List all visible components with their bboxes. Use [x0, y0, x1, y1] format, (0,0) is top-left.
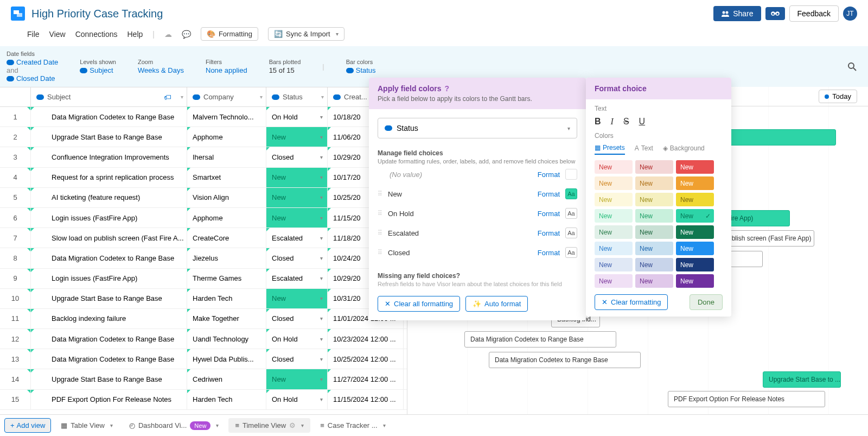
menu-help[interactable]: Help: [127, 30, 143, 39]
help-icon[interactable]: ?: [444, 84, 449, 93]
chevron-down-icon[interactable]: ▾: [320, 356, 323, 362]
closed-date-field[interactable]: Closed Date: [7, 74, 58, 83]
cell-subject[interactable]: Backlog indexing failure: [31, 309, 187, 328]
chevron-down-icon[interactable]: ▾: [320, 134, 323, 140]
presets-tab[interactable]: ▦Presets: [595, 144, 625, 155]
gantt-bar[interactable]: PDF Export Option For Release Notes: [668, 391, 825, 407]
menu-view[interactable]: View: [49, 30, 66, 39]
color-swatch[interactable]: New: [635, 176, 673, 190]
color-swatch[interactable]: New: [635, 225, 673, 239]
strikethrough-button[interactable]: S: [623, 117, 629, 127]
cell-status[interactable]: Escalated▾: [266, 269, 328, 288]
table-row[interactable]: 11 Backlog indexing failure Make Togethe…: [0, 309, 407, 329]
tab-case-tracker[interactable]: ≡Case Tracker ...▾: [314, 418, 392, 433]
cell-subject[interactable]: Upgrade Start Base to Range Base: [31, 289, 187, 308]
underline-button[interactable]: U: [639, 117, 646, 127]
cell-status[interactable]: On Hold▾: [266, 329, 328, 349]
cell-subject[interactable]: Login issues (FastFire App): [31, 208, 187, 228]
color-swatch[interactable]: New: [635, 193, 673, 206]
gantt-bar[interactable]: [727, 129, 836, 146]
sync-import-button[interactable]: 🔄 Sync & Import ▾: [268, 27, 344, 41]
cell-subject[interactable]: Data Migration Codetex to Range Base: [31, 107, 187, 127]
tab-dashboard-view[interactable]: ◴Dashboard Vi...New▾: [123, 418, 225, 433]
chevron-down-icon[interactable]: ▾: [181, 94, 183, 100]
comment-icon[interactable]: 💬: [182, 30, 191, 39]
cell-status[interactable]: On Hold▾: [266, 107, 328, 127]
color-swatch[interactable]: New: [595, 160, 633, 174]
gantt-bar[interactable]: ublish screen (Fast Fire App): [722, 230, 814, 247]
table-row[interactable]: 2 Upgrade Start Base to Range Base Appho…: [0, 127, 407, 147]
cell-status[interactable]: New▾: [266, 168, 328, 187]
color-swatch[interactable]: New: [676, 258, 714, 271]
cell-date[interactable]: 10/25/2024 12:00 ...: [328, 349, 404, 369]
table-row[interactable]: 15 PDF Export Option For Release Notes H…: [0, 390, 407, 410]
chevron-down-icon[interactable]: ▾: [320, 315, 323, 321]
chevron-down-icon[interactable]: ▾: [321, 94, 324, 100]
cell-status[interactable]: Closed▾: [266, 309, 328, 328]
drag-handle-icon[interactable]: ⠿: [378, 210, 382, 217]
table-row[interactable]: 13 Data Migration Codetex to Range Base …: [0, 349, 407, 369]
cell-status[interactable]: New▾: [266, 208, 328, 228]
tag-icon[interactable]: 🏷: [164, 93, 171, 102]
chevron-down-icon[interactable]: ▾: [320, 376, 323, 382]
cloud-sync-icon[interactable]: ☁: [164, 30, 172, 39]
levels-shown-value[interactable]: Subject: [80, 66, 116, 74]
tab-table-view[interactable]: ▦Table View▾: [54, 418, 119, 433]
drag-handle-icon[interactable]: ⠿: [378, 249, 382, 256]
cell-status[interactable]: Escalated▾: [266, 228, 328, 248]
format-link[interactable]: Format: [538, 170, 560, 179]
color-swatch[interactable]: New: [676, 160, 714, 174]
cell-company[interactable]: Apphome: [187, 208, 266, 228]
color-swatch[interactable]: New: [635, 209, 673, 223]
table-row[interactable]: 14 Upgrade Start Base to Range Base Cedr…: [0, 369, 407, 389]
chevron-down-icon[interactable]: ▾: [320, 396, 323, 402]
clear-all-formatting-button[interactable]: ✕Clear all formatting: [378, 296, 460, 312]
bar-colors-value[interactable]: Status: [346, 66, 376, 74]
format-link[interactable]: Format: [538, 210, 560, 218]
background-tab[interactable]: ◈Background: [663, 144, 705, 154]
avatar[interactable]: JT: [843, 7, 857, 21]
cell-subject[interactable]: Data Migration Codetex to Range Base: [31, 248, 187, 268]
cell-subject[interactable]: Confluence Integration Improvements: [31, 147, 187, 167]
cell-status[interactable]: Closed▾: [266, 147, 328, 167]
share-button[interactable]: Share: [713, 6, 761, 21]
chevron-down-icon[interactable]: ▾: [320, 174, 323, 180]
cell-company[interactable]: Cedriwen: [187, 369, 266, 389]
col-company[interactable]: Company▾: [187, 87, 266, 106]
table-row[interactable]: 12 Data Migration Codetex to Range Base …: [0, 329, 407, 349]
cell-company[interactable]: Make Together: [187, 309, 266, 328]
field-select[interactable]: Status ▾: [378, 118, 577, 138]
color-swatch[interactable]: New: [595, 209, 633, 223]
cell-date[interactable]: 11/27/2024 12:00 ...: [328, 369, 404, 389]
cell-company[interactable]: Harden Tech: [187, 289, 266, 308]
color-swatch[interactable]: New: [676, 176, 714, 190]
drag-handle-icon[interactable]: ⠿: [378, 190, 382, 198]
done-button[interactable]: Done: [690, 294, 723, 310]
color-swatch[interactable]: New: [595, 225, 633, 239]
table-row[interactable]: 4 Request for a sprint replication proce…: [0, 168, 407, 188]
color-swatch[interactable]: New: [676, 242, 714, 255]
cell-subject[interactable]: AI ticketing (feature request): [31, 188, 187, 207]
color-swatch[interactable]: New: [635, 258, 673, 271]
gantt-bar[interactable]: [730, 251, 763, 267]
col-subject[interactable]: Subject🏷▾: [31, 87, 187, 106]
gantt-bar[interactable]: Data Migration Codetex to Range Base: [489, 352, 641, 368]
auto-format-button[interactable]: ✨Auto format: [465, 296, 528, 312]
table-row[interactable]: 8 Data Migration Codetex to Range Base J…: [0, 248, 407, 268]
col-status[interactable]: Status▾: [266, 87, 328, 106]
gantt-bar[interactable]: Upgrade Start Base to ...: [763, 371, 841, 388]
zoom-value[interactable]: Weeks & Days: [138, 66, 184, 74]
clear-formatting-button[interactable]: ✕Clear formatting: [595, 294, 668, 310]
cell-status[interactable]: New▾: [266, 127, 328, 147]
cell-status[interactable]: Closed▾: [266, 349, 328, 369]
settings-icon[interactable]: ⚙: [289, 421, 296, 429]
chevron-down-icon[interactable]: ▾: [110, 422, 113, 428]
cell-company[interactable]: Harden Tech: [187, 390, 266, 409]
formatting-button[interactable]: 🎨 Formatting: [201, 27, 258, 41]
feedback-button[interactable]: Feedback: [789, 5, 839, 22]
color-swatch[interactable]: New: [635, 160, 673, 174]
color-swatch[interactable]: New: [676, 274, 714, 288]
chevron-down-icon[interactable]: ▾: [320, 255, 323, 261]
cell-company[interactable]: Therme Games: [187, 269, 266, 288]
created-date-field[interactable]: Created Date: [7, 58, 58, 66]
